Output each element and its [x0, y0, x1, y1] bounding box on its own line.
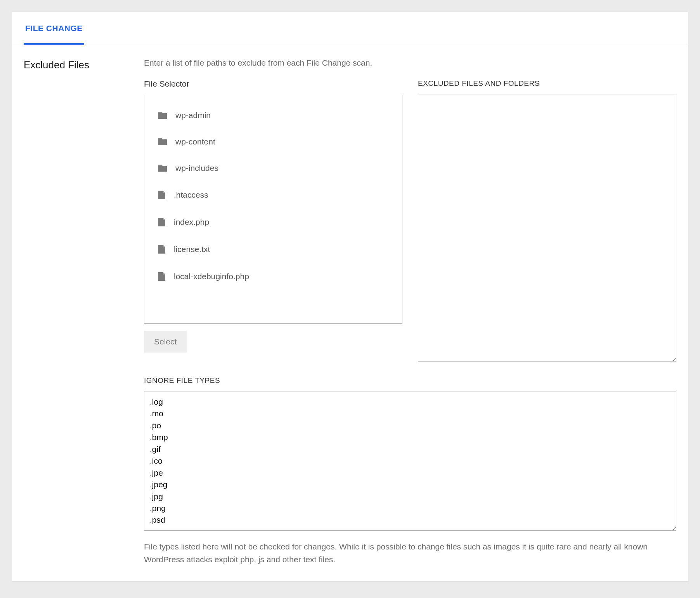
svg-rect-1 [158, 138, 162, 139]
file-selector-item-label: wp-content [175, 137, 215, 146]
file-selector-item[interactable]: wp-content [148, 129, 398, 155]
folder-icon [158, 111, 168, 120]
file-icon [158, 217, 166, 227]
excluded-textarea[interactable] [418, 94, 676, 362]
file-icon [158, 244, 166, 254]
tab-bar: FILE CHANGE [12, 12, 688, 45]
selector-row: File Selector wp-adminwp-contentwp-inclu… [144, 79, 676, 364]
excluded-column: EXCLUDED FILES AND FOLDERS [418, 79, 676, 364]
file-icon [158, 271, 166, 282]
ignore-section: IGNORE FILE TYPES File types listed here… [144, 376, 676, 566]
file-selector-item-label: .htaccess [174, 190, 208, 200]
file-icon [158, 190, 166, 200]
section-intro: Enter a list of file paths to exclude fr… [144, 58, 676, 68]
file-selector-item-label: index.php [174, 217, 209, 227]
file-selector-item[interactable]: wp-admin [148, 102, 398, 129]
settings-panel: FILE CHANGE Excluded Files Enter a list … [12, 12, 688, 582]
ignore-label: IGNORE FILE TYPES [144, 376, 676, 385]
folder-icon [158, 164, 168, 172]
tab-file-change[interactable]: FILE CHANGE [24, 12, 84, 45]
ignore-help-text: File types listed here will not be check… [144, 541, 676, 566]
folder-icon [158, 137, 168, 146]
section-title: Excluded Files [24, 58, 128, 566]
file-selector-item[interactable]: index.php [148, 209, 398, 236]
file-selector-column: File Selector wp-adminwp-contentwp-inclu… [144, 79, 402, 353]
file-selector-item[interactable]: local-xdebuginfo.php [148, 263, 398, 290]
file-selector-item-label: wp-includes [175, 163, 218, 173]
excluded-label: EXCLUDED FILES AND FOLDERS [418, 79, 676, 88]
file-selector-item-label: wp-admin [175, 111, 211, 120]
ignore-textarea[interactable] [144, 391, 676, 531]
svg-rect-2 [158, 165, 162, 166]
select-button[interactable]: Select [144, 331, 187, 353]
file-selector-item[interactable]: .htaccess [148, 181, 398, 209]
file-selector-label: File Selector [144, 79, 402, 89]
svg-rect-0 [158, 112, 162, 113]
file-selector-item[interactable]: license.txt [148, 236, 398, 263]
file-selector-item-label: local-xdebuginfo.php [174, 272, 249, 281]
file-selector-item[interactable]: wp-includes [148, 155, 398, 181]
file-selector-list[interactable]: wp-adminwp-contentwp-includes.htaccessin… [144, 95, 402, 324]
panel-content: Excluded Files Enter a list of file path… [12, 45, 688, 581]
main-column: Enter a list of file paths to exclude fr… [144, 58, 676, 566]
file-selector-item-label: license.txt [174, 245, 210, 254]
